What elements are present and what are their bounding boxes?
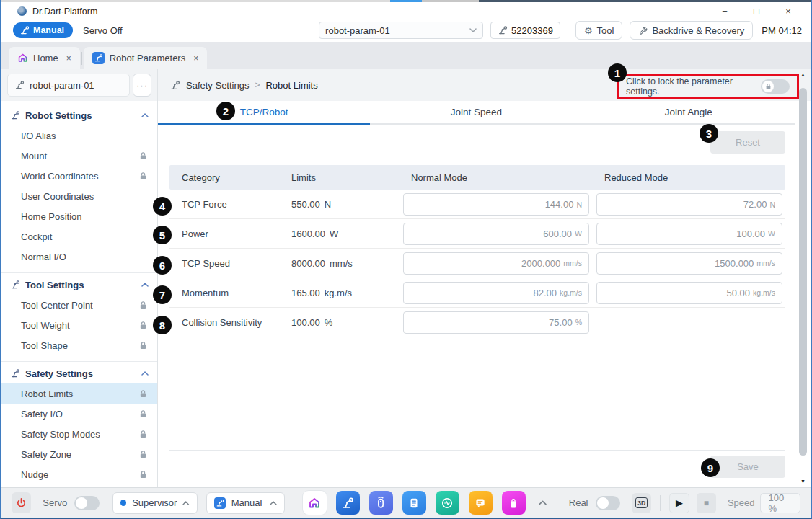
- scroll-up-icon[interactable]: ▲: [800, 71, 806, 79]
- main-scrollbar[interactable]: ▲ ▼: [798, 71, 808, 486]
- power-button[interactable]: [12, 492, 31, 513]
- 3d-view-button[interactable]: 3D: [632, 493, 651, 513]
- lock-icon: [139, 450, 147, 459]
- home-icon[interactable]: [303, 491, 327, 515]
- tab-robot-parameters-close-icon[interactable]: ×: [193, 53, 198, 63]
- category-cell: Collision Sensitivity: [169, 317, 279, 328]
- role-select[interactable]: Supervisor: [112, 492, 198, 514]
- save-button[interactable]: Save: [710, 456, 785, 478]
- sidebar-section-header-tool-settings[interactable]: Tool Settings: [1, 275, 157, 295]
- lock-icon: [139, 389, 147, 399]
- parameter-select[interactable]: robot-param-01: [319, 22, 483, 39]
- sidebar-item-safety-i-o[interactable]: Safety I/O: [1, 404, 157, 424]
- chat-log-icon[interactable]: [469, 491, 493, 515]
- sidebar-section-header-robot-settings[interactable]: Robot Settings: [1, 105, 157, 125]
- section-label: Safety Settings: [25, 368, 93, 379]
- sidebar-item-tool-center-point[interactable]: Tool Center Point: [1, 295, 157, 315]
- more-options-button[interactable]: ···: [133, 74, 151, 97]
- tab-home-close-icon[interactable]: ×: [66, 53, 71, 63]
- limit-value: 8000.00: [291, 258, 325, 269]
- robot-parameters-icon: [92, 52, 105, 64]
- reduced-mode-input[interactable]: 1500.000mm/s: [596, 252, 782, 275]
- tab-home[interactable]: Home ×: [9, 47, 80, 69]
- sidebar-item-robot-limits[interactable]: Robot Limits: [1, 383, 157, 404]
- chevron-up-icon[interactable]: [141, 283, 149, 287]
- normal-mode-cell: 600.00W: [399, 223, 592, 245]
- limit-value: 1600.00: [291, 229, 325, 239]
- robot-lock-icon: [498, 25, 508, 35]
- sidebar-item-safety-zone[interactable]: Safety Zone: [1, 444, 157, 464]
- chevron-up-icon: [539, 500, 547, 505]
- sidebar-item-normal-i-o[interactable]: Normal I/O: [1, 247, 157, 267]
- normal-mode-input[interactable]: 600.00W: [403, 223, 589, 245]
- servo-toggle[interactable]: [74, 496, 100, 510]
- normal-mode-input[interactable]: 144.00N: [403, 193, 589, 216]
- scrollbar-thumb[interactable]: [799, 88, 807, 456]
- sidebar-item-label: Safety Zone: [21, 449, 71, 460]
- lock-toggle[interactable]: [761, 79, 790, 94]
- tab-tcp-robot[interactable]: TCP/Robot: [158, 101, 370, 123]
- chevron-up-icon[interactable]: [141, 371, 149, 376]
- sidebar-section-header-safety-settings[interactable]: Safety Settings: [1, 363, 157, 383]
- real-toggle[interactable]: [596, 496, 621, 510]
- speed-value[interactable]: 100 %: [760, 493, 800, 513]
- mode-select[interactable]: Manual: [206, 492, 285, 514]
- header-category: Category: [169, 172, 279, 183]
- parameter-select-value: robot-param-01: [325, 25, 465, 36]
- close-button[interactable]: ×: [777, 6, 799, 17]
- reduced-mode-input[interactable]: 72.00N: [596, 193, 782, 216]
- sidebar-item-home-position[interactable]: Home Position: [1, 206, 157, 226]
- reduced-mode-input[interactable]: 100.00W: [596, 223, 782, 245]
- document-tab-strip: Home × Robot Parameters ×: [1, 42, 811, 69]
- annotation-number-3: 3: [700, 124, 718, 143]
- tab-joint-speed[interactable]: Joint Speed: [370, 101, 582, 123]
- serial-number-badge[interactable]: 52203369: [490, 22, 560, 39]
- sidebar-item-tool-weight[interactable]: Tool Weight: [1, 315, 157, 335]
- manual-mode-button[interactable]: Manual: [13, 22, 73, 38]
- reduced-mode-input[interactable]: 50.00kg.m/s: [596, 282, 782, 304]
- sidebar-item-tool-shape[interactable]: Tool Shape: [1, 335, 157, 355]
- sidebar-item-user-coordinates[interactable]: User Coordinates: [1, 186, 157, 206]
- monitoring-icon[interactable]: [436, 491, 459, 515]
- normal-mode-input[interactable]: 75.00%: [403, 311, 589, 334]
- store-icon[interactable]: [502, 491, 526, 515]
- document-icon[interactable]: [402, 491, 426, 515]
- backdrive-recovery-button[interactable]: Backdrive & Recovery: [630, 21, 753, 40]
- chevron-up-icon[interactable]: [141, 113, 149, 117]
- minimize-button[interactable]: −: [714, 6, 736, 17]
- play-button[interactable]: ▶: [669, 493, 689, 513]
- scroll-down-icon[interactable]: ▼: [800, 477, 806, 486]
- sidebar-param-name[interactable]: robot-param-01: [7, 74, 130, 97]
- status-bar: Servo Supervisor Manual: [1, 487, 811, 518]
- lock-icon: [139, 341, 147, 350]
- app-dock: [303, 491, 526, 515]
- sidebar-item-label: Home Position: [21, 211, 82, 222]
- sidebar-item-safety-stop-modes[interactable]: Safety Stop Modes: [1, 424, 157, 444]
- collapse-dock-button[interactable]: [539, 500, 547, 505]
- stop-button[interactable]: ■: [697, 493, 716, 513]
- tab-joint-angle[interactable]: Joint Angle: [583, 101, 795, 123]
- scrollbar-track[interactable]: [799, 79, 807, 477]
- reduced-mode-unit: kg.m/s: [753, 288, 775, 297]
- sidebar-item-i-o-alias[interactable]: I/O Alias: [1, 125, 157, 146]
- sidebar-item-cockpit[interactable]: Cockpit: [1, 226, 157, 247]
- sidebar-item-label: Robot Limits: [21, 389, 73, 399]
- normal-mode-input[interactable]: 2000.000mm/s: [403, 252, 589, 275]
- reduced-mode-cell: 1500.000mm/s: [592, 252, 785, 275]
- sidebar-item-world-coordinates[interactable]: World Coordinates: [1, 166, 157, 186]
- sidebar-item-mount[interactable]: Mount: [1, 146, 157, 166]
- maximize-button[interactable]: □: [746, 6, 767, 17]
- breadcrumb-section[interactable]: Safety Settings: [186, 80, 249, 91]
- reset-button[interactable]: Reset: [710, 131, 785, 154]
- normal-mode-input[interactable]: 82.00kg.m/s: [403, 282, 589, 304]
- reduced-mode-unit: mm/s: [756, 259, 775, 267]
- robot-params-icon[interactable]: [336, 491, 360, 515]
- teach-pendant-icon[interactable]: [369, 491, 393, 515]
- sidebar-item-nudge[interactable]: Nudge: [1, 464, 157, 484]
- role-select-value: Supervisor: [132, 497, 177, 508]
- content-divider: [169, 450, 785, 451]
- table-header-row: Category Limits Normal Mode Reduced Mode: [169, 165, 785, 190]
- speed-label: Speed: [728, 497, 755, 508]
- tab-robot-parameters[interactable]: Robot Parameters ×: [84, 47, 208, 69]
- tool-button[interactable]: ⚙ Tool: [575, 21, 623, 40]
